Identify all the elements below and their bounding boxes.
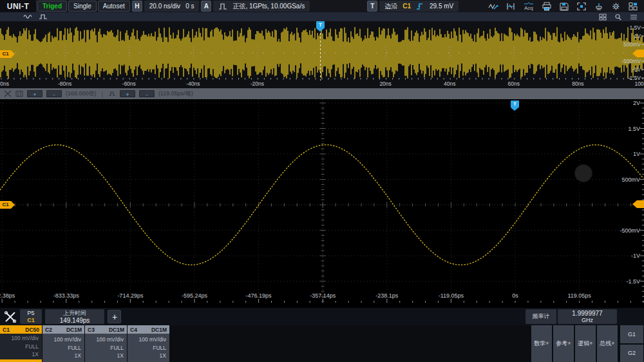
channel-settings: 100 mV/divFULL1X xyxy=(85,334,127,362)
frequency-value: 1.9999977 xyxy=(572,310,602,317)
channel-probe: 1X xyxy=(43,352,81,360)
svg-text:2V: 2V xyxy=(633,100,640,106)
svg-text:1.5V: 1.5V xyxy=(630,24,641,31)
single-button[interactable]: Single xyxy=(68,1,97,12)
channel-settings: 100 mV/divFULL1X xyxy=(0,334,42,359)
group-button-g1[interactable]: G1 xyxy=(620,325,643,343)
main-trigger-level-arrow[interactable] xyxy=(637,200,644,208)
channel-probe: 1X xyxy=(0,350,39,359)
window-layout-icon[interactable] xyxy=(628,2,638,11)
add-measurement-button[interactable]: + xyxy=(108,310,121,323)
frequency-counter-value: 1.9999977 GHz xyxy=(558,309,617,324)
sine-mini-icon[interactable] xyxy=(23,14,33,20)
horizontal-menu-button[interactable]: H xyxy=(132,1,142,12)
channel-settings: 100 mV/divFULL1X xyxy=(43,334,84,362)
top-toolbar: UNI-T Triged Single Autoset H 20.0 ns/di… xyxy=(0,0,644,12)
draw-waveform-icon[interactable] xyxy=(488,2,498,11)
horizontal-panel[interactable]: 20.0 ns/div 0 s xyxy=(144,1,200,12)
magnifier-icon[interactable] xyxy=(614,14,622,21)
active-channel-underline xyxy=(0,359,42,362)
zoom-factor-decrease-button[interactable]: - xyxy=(46,90,62,97)
acquire-info: 正弦, 1GPts, 10.00GSa/s xyxy=(232,2,305,11)
main-trigger-position-flag[interactable]: T xyxy=(511,100,519,108)
main-channel-c1-tag[interactable]: C1 xyxy=(0,201,11,209)
measure-tools-icon[interactable] xyxy=(4,310,17,323)
zoom-scale-value: (119.05ps/格) xyxy=(158,90,193,98)
channel-bandwidth: FULL xyxy=(128,344,166,352)
svg-text:-1V: -1V xyxy=(631,252,640,259)
channel-id: C4 xyxy=(130,327,137,333)
svg-text:-357.14ps: -357.14ps xyxy=(310,292,336,299)
reference-add-button[interactable]: 参考+ xyxy=(553,325,574,362)
channel-probe: 1X xyxy=(128,352,166,360)
pulse-mini-icon[interactable] xyxy=(39,14,48,20)
bottom-channel-strip: C1DC50100 mV/divFULL1XC2DC1M100 mV/divFU… xyxy=(0,325,644,362)
channel-header: C3DC1M xyxy=(85,325,127,334)
svg-text:-1.5V: -1.5V xyxy=(626,278,640,285)
save-icon[interactable] xyxy=(559,2,569,11)
grid-view-icon[interactable] xyxy=(599,14,607,21)
capture-screen-icon[interactable] xyxy=(576,2,587,11)
svg-text:-119.05ps: -119.05ps xyxy=(439,292,464,299)
menu-icon[interactable] xyxy=(630,14,638,21)
channel-card-c1[interactable]: C1DC50100 mV/divFULL1X xyxy=(0,325,42,362)
channel-header: C2DC1M xyxy=(43,325,84,334)
svg-text:500mV: 500mV xyxy=(621,176,640,183)
side-buttons: 数学+参考+逻辑+总线+ G1G2 xyxy=(531,325,644,362)
expand-icon[interactable] xyxy=(4,90,12,97)
measurement-name: 上升时间 xyxy=(63,310,86,317)
svg-text:-40ns: -40ns xyxy=(186,81,200,87)
svg-text:-238.1ps: -238.1ps xyxy=(375,292,399,299)
svg-text:-833.33ps: -833.33ps xyxy=(53,292,80,299)
zoom-factor-increase-button[interactable]: + xyxy=(27,90,43,97)
channel-id: C3 xyxy=(88,327,95,333)
autoset-button[interactable]: Autoset xyxy=(98,1,130,12)
channel-header: C1DC50 xyxy=(0,325,42,334)
overview-trigger-position-flag[interactable]: T xyxy=(316,21,325,28)
timebase-value: 20.0 ns/div xyxy=(149,3,180,10)
zoom-scale-increase-button[interactable]: + xyxy=(120,90,135,97)
acquire-panel[interactable]: 正弦, 1GPts, 10.00GSa/s xyxy=(213,1,310,12)
bus-add-button[interactable]: 总线+ xyxy=(597,325,618,362)
pulse-icon xyxy=(218,3,227,10)
svg-text:-714.29ps: -714.29ps xyxy=(117,292,144,299)
channel-card-c2[interactable]: C2DC1M100 mV/divFULL1X xyxy=(43,325,84,362)
clear-brush-icon[interactable] xyxy=(594,2,604,11)
trigger-menu-button[interactable]: T xyxy=(367,1,377,12)
svg-text:1.5V: 1.5V xyxy=(628,126,640,132)
measure-icon[interactable] xyxy=(506,2,516,11)
svg-text:1V: 1V xyxy=(634,33,641,39)
overview-channel-c1-tag[interactable]: C1 xyxy=(0,50,11,58)
trigger-panel[interactable]: 边沿 C1 29.5 mV xyxy=(379,1,459,12)
channel-scale: 100 mV/div xyxy=(0,334,39,343)
svg-text:Acq: Acq xyxy=(524,5,533,11)
zoom-scale-decrease-button[interactable]: - xyxy=(139,90,155,97)
timebase-icon[interactable] xyxy=(108,90,116,97)
rise-time-measurement[interactable]: 上升时间 149.149ps xyxy=(45,309,104,324)
acquire-icon[interactable]: Acq xyxy=(523,2,535,11)
group-button-g2[interactable]: G2 xyxy=(620,345,643,362)
waveform-overview-window[interactable]: -100ns-80ns-60ns-40ns-20ns20ns40ns60ns80… xyxy=(0,21,644,88)
print-icon[interactable] xyxy=(542,2,552,11)
measurement-slot[interactable]: P5 C1 xyxy=(20,309,42,324)
acquire-menu-button[interactable]: A xyxy=(201,1,211,12)
svg-text:-595.24ps: -595.24ps xyxy=(182,292,208,299)
svg-text:-60ns: -60ns xyxy=(122,81,136,87)
channel-card-c3[interactable]: C3DC1M100 mV/divFULL1X xyxy=(85,325,127,362)
frequency-counter-label[interactable]: 频率计 xyxy=(526,309,556,324)
brand-logo: UNI-T xyxy=(0,0,37,12)
settings-gear-icon[interactable] xyxy=(611,2,621,11)
logic-add-button[interactable]: 逻辑+ xyxy=(575,325,596,362)
svg-text:-1V: -1V xyxy=(632,66,641,73)
svg-text:-100ns: -100ns xyxy=(0,81,9,87)
overview-trigger-level-arrow[interactable] xyxy=(637,50,644,57)
channel-bandwidth: FULL xyxy=(0,343,39,351)
channel-bandwidth: FULL xyxy=(85,344,124,352)
main-waveform-window[interactable]: -952.38ps-833.33ps-714.29ps-595.24ps-476… xyxy=(0,99,644,308)
channel-settings: 100 mV/divFULL1X xyxy=(128,334,169,362)
math-add-button[interactable]: 数学+ xyxy=(531,325,552,362)
oscilloscope-app: UNI-T Triged Single Autoset H 20.0 ns/di… xyxy=(0,0,644,362)
zoom-window-icon[interactable] xyxy=(15,90,23,97)
trigger-type: 边沿 xyxy=(384,2,397,11)
channel-card-c4[interactable]: C4DC1M100 mV/divFULL1X xyxy=(128,325,169,362)
